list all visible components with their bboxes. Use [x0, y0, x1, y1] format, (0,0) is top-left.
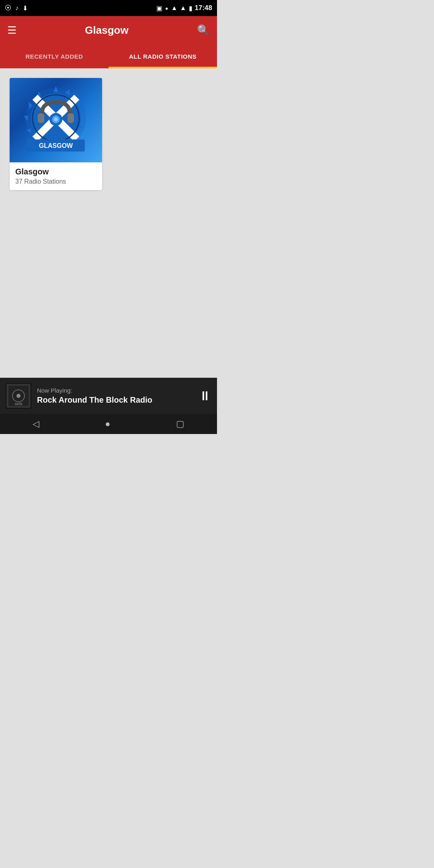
thumbnail-inner: RATB — [6, 384, 31, 408]
recents-button[interactable]: ▢ — [176, 419, 184, 429]
station-card-glasgow[interactable]: GLASGOW Glasgow 37 Radio Stations — [10, 78, 102, 190]
now-playing-info: Now Playing: Rock Around The Block Radio — [37, 387, 193, 405]
back-button[interactable]: ◁ — [33, 419, 39, 429]
home-button[interactable]: ● — [105, 419, 110, 429]
now-playing-thumbnail: RATB — [6, 383, 31, 409]
status-time: 17:48 — [195, 4, 212, 12]
tabs-bar: RECENTLY ADDED ALL RADIO STATIONS — [0, 44, 217, 68]
hamburger-icon[interactable]: ☰ — [7, 24, 16, 37]
svg-rect-20 — [68, 113, 74, 123]
tab-recently-added[interactable]: RECENTLY ADDED — [0, 44, 108, 68]
signal-icon: ▲ — [180, 4, 186, 12]
now-playing-title: Rock Around The Block Radio — [37, 395, 193, 405]
data-icon: ⬥ — [165, 4, 169, 12]
app-title: Glasgow — [85, 24, 128, 37]
now-playing-bar[interactable]: RATB Now Playing: Rock Around The Block … — [0, 378, 217, 414]
station-name: Glasgow — [15, 167, 96, 176]
download-icon: ⬇ — [23, 4, 28, 12]
svg-point-28 — [16, 394, 20, 398]
cast-icon: ▣ — [156, 4, 162, 12]
music-icon: ♪ — [15, 4, 18, 12]
svg-text:RATB: RATB — [15, 403, 22, 405]
battery-icon: ▮ — [189, 4, 192, 12]
status-bar-left: ⦿ ♪ ⬇ — [5, 4, 28, 12]
now-playing-label: Now Playing: — [37, 387, 193, 394]
svg-rect-19 — [38, 113, 44, 123]
svg-text:GLASGOW: GLASGOW — [39, 142, 73, 149]
status-bar: ⦿ ♪ ⬇ ▣ ⬥ ▲ ▲ ▮ 17:48 — [0, 0, 217, 16]
camera-icon: ⦿ — [5, 4, 11, 12]
status-bar-right: ▣ ⬥ ▲ ▲ ▮ 17:48 — [156, 4, 212, 12]
station-card-image: GLASGOW — [10, 78, 102, 162]
app-bar: ☰ Glasgow 🔍 — [0, 16, 217, 44]
station-count: 37 Radio Stations — [15, 178, 96, 185]
wifi-icon: ▲ — [171, 4, 178, 12]
content-area: GLASGOW Glasgow 37 Radio Stations — [0, 68, 217, 200]
svg-point-23 — [54, 117, 58, 121]
station-card-info: Glasgow 37 Radio Stations — [10, 162, 102, 190]
nav-bar: ◁ ● ▢ — [0, 414, 217, 434]
tab-all-radio-stations[interactable]: ALL RADIO STATIONS — [108, 44, 217, 68]
pause-button[interactable]: ⏸ — [199, 389, 211, 403]
search-icon[interactable]: 🔍 — [197, 24, 210, 37]
